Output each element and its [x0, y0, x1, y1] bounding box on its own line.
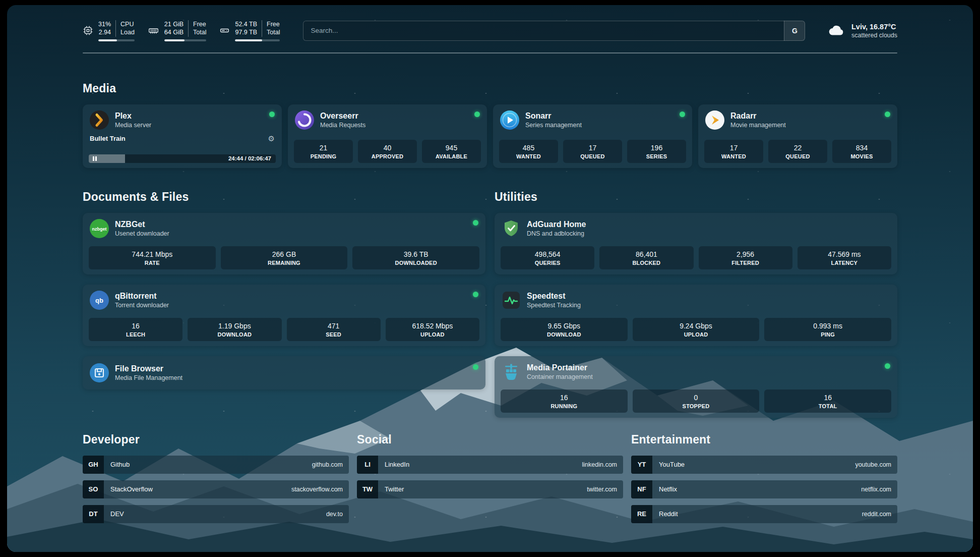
section-title-utilities: Utilities — [495, 190, 897, 204]
status-online-dot — [885, 112, 890, 117]
app-subtitle: DNS and adblocking — [527, 230, 586, 237]
app-title: NZBGet — [115, 219, 169, 229]
cpu-progress-bar — [98, 39, 135, 41]
bookmark-name: LinkedIn — [385, 461, 409, 468]
stat-box: 9.65 Gbps DOWNLOAD — [501, 318, 628, 341]
search-engine-button[interactable]: G — [784, 21, 805, 41]
bookmark-youtube[interactable]: YT YouTube youtube.com — [631, 456, 897, 474]
playback-progress-bar[interactable]: 24:44 / 02:06:47 — [89, 154, 276, 163]
section-title-social: Social — [357, 433, 623, 447]
topbar-divider — [83, 52, 897, 53]
overseerr-card[interactable]: Overseerr Media Requests 21 PENDING — [288, 104, 487, 168]
stat-label: PING — [766, 331, 889, 338]
bookmark-name: DEV — [110, 510, 124, 518]
status-online-dot — [269, 112, 275, 117]
stat-label: WANTED — [706, 153, 761, 159]
bookmark-reddit[interactable]: RE Reddit reddit.com — [631, 505, 897, 523]
stat-value: 945 — [424, 144, 479, 152]
stat-box: 47.569 ms LATENCY — [798, 246, 891, 269]
stat-value: 17 — [706, 144, 761, 152]
stat-box: 86,401 BLOCKED — [599, 246, 693, 269]
stat-value: 485 — [501, 144, 556, 152]
app-subtitle: Usenet downloader — [115, 230, 169, 237]
stat-box: 196 SERIES — [627, 140, 686, 163]
stat-box: 2,956 FILTERED — [699, 246, 792, 269]
stat-value: 16 — [766, 394, 889, 402]
speedtest-card[interactable]: Speedtest Speedtest Tracking 9.65 Gbps D… — [495, 285, 897, 346]
stat-value: 16 — [503, 394, 626, 402]
topbar: 31% 2.94 CPU Load — [83, 20, 897, 41]
app-subtitle: Container management — [527, 373, 593, 380]
bookmark-abbr: GH — [83, 456, 104, 474]
stat-box: 16 LEECH — [89, 318, 182, 341]
plex-card[interactable]: Plex Media server Bullet Train ⚙ — [83, 104, 282, 168]
stat-value: 2,956 — [701, 250, 790, 258]
portainer-card[interactable]: Media Portainer Container management 16 … — [495, 356, 897, 418]
stat-value: 9.24 Gbps — [635, 322, 758, 330]
disk-widget: 52.4 TB 97.9 TB Free Total — [219, 20, 280, 41]
bookmark-netflix[interactable]: NF Netflix netflix.com — [631, 480, 897, 498]
adguard-shield-icon — [502, 219, 521, 238]
stat-label: STOPPED — [635, 403, 758, 409]
stat-label: SEED — [289, 331, 379, 338]
stat-label: PENDING — [296, 153, 351, 159]
status-online-dot — [473, 220, 478, 226]
section-utilities: Utilities — [495, 190, 897, 418]
stat-box: 17 WANTED — [704, 140, 763, 163]
nzbget-card[interactable]: nzbget NZBGet Usenet downloader — [83, 213, 485, 274]
section-documents: Documents & Files nzbget — [83, 190, 485, 418]
cpu-widget: 31% 2.94 CPU Load — [83, 20, 135, 41]
section-entertainment: Entertainment YT YouTube youtube.com NF … — [631, 433, 897, 530]
stat-label: BLOCKED — [601, 260, 691, 266]
bookmark-url: youtube.com — [855, 461, 891, 468]
stat-value: 1.19 Gbps — [190, 322, 279, 330]
pause-icon[interactable] — [93, 156, 97, 161]
bookmark-github[interactable]: GH Github github.com — [83, 456, 349, 474]
speedtest-icon — [502, 291, 521, 310]
disk-progress-bar — [235, 39, 280, 41]
bookmark-abbr: YT — [631, 456, 652, 474]
qbittorrent-card[interactable]: qb qBittorrent Torrent downloader — [83, 285, 485, 346]
bookmark-url: netflix.com — [861, 486, 891, 493]
stat-box: 471 SEED — [287, 318, 381, 341]
stat-box: 16 RUNNING — [501, 389, 628, 413]
ram-progress-fill — [164, 39, 185, 41]
app-subtitle: Series management — [525, 122, 582, 129]
bookmark-url: linkedin.com — [582, 461, 617, 468]
ram-total-value: 64 GiB — [164, 28, 183, 36]
section-title-documents: Documents & Files — [83, 190, 485, 204]
stat-value: 0 — [635, 394, 758, 402]
bookmark-twitter[interactable]: TW Twitter twitter.com — [357, 480, 623, 498]
adguard-card[interactable]: AdGuard Home DNS and adblocking 498,564 … — [495, 213, 897, 274]
search-input[interactable] — [303, 21, 805, 41]
media-grid: Plex Media server Bullet Train ⚙ — [83, 104, 897, 168]
cloud-icon — [827, 24, 845, 37]
stat-box: 1.19 Gbps DOWNLOAD — [188, 318, 281, 341]
stat-box: 618.52 Mbps UPLOAD — [386, 318, 479, 341]
stat-box: 17 QUEUED — [563, 140, 622, 163]
stat-label: RUNNING — [503, 403, 626, 409]
radarr-card[interactable]: Radarr Movie management 17 WANTED 2 — [698, 104, 897, 168]
stat-box: 485 WANTED — [499, 140, 558, 163]
section-media: Media Plex — [83, 82, 897, 168]
app-title: File Browser — [115, 364, 182, 373]
bookmark-dev[interactable]: DT DEV dev.to — [83, 505, 349, 523]
filebrowser-card[interactable]: File Browser Media File Management — [83, 356, 485, 389]
stat-value: 744.21 Mbps — [91, 250, 214, 258]
stat-label: SERIES — [629, 153, 684, 159]
stat-value: 86,401 — [601, 250, 691, 258]
settings-gear-icon[interactable]: ⚙ — [268, 135, 275, 142]
cpu-usage-value: 31% — [98, 20, 111, 28]
stat-label: APPROVED — [360, 153, 415, 159]
bookmark-name: YouTube — [659, 461, 685, 468]
portainer-icon — [502, 362, 521, 381]
stat-box: 834 MOVIES — [832, 140, 891, 163]
bookmark-stackoverflow[interactable]: SO StackOverflow stackoverflow.com — [83, 480, 349, 498]
stat-label: UPLOAD — [388, 331, 477, 338]
bookmark-url: reddit.com — [862, 511, 891, 518]
bookmark-linkedin[interactable]: LI LinkedIn linkedin.com — [357, 456, 623, 474]
app-subtitle: Media File Management — [115, 374, 182, 381]
now-playing-row: Bullet Train ⚙ — [89, 135, 276, 145]
section-title-media: Media — [83, 82, 897, 95]
sonarr-card[interactable]: Sonarr Series management 485 WANTED — [493, 104, 692, 168]
